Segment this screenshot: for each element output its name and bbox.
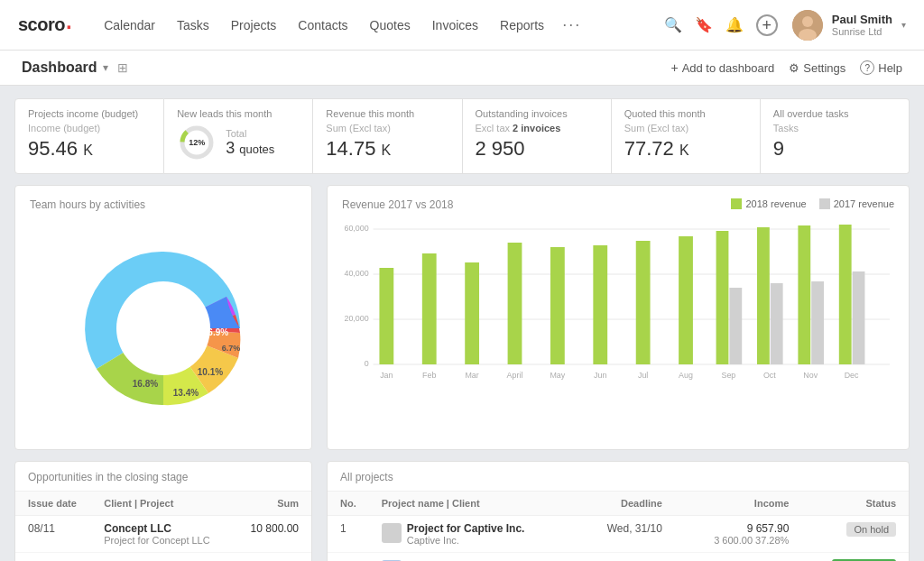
donut-chart: 12% — [177, 123, 217, 162]
svg-text:Jan: Jan — [380, 371, 393, 380]
col-header-client: Client | Project — [91, 492, 236, 516]
kpi-sublabel: Sum (Excl tax) — [326, 123, 448, 133]
opp-client: Optimist Group Project for Optimist Grou… — [91, 553, 236, 562]
svg-text:Dec: Dec — [845, 371, 859, 380]
tables-row: Opportunities in the closing stage Issue… — [14, 461, 910, 561]
donut-percent: 12% — [189, 138, 205, 147]
kpi-value: 9 — [773, 137, 896, 161]
project-name: Project for Captive Inc. — [407, 522, 525, 535]
nav-item-reports[interactable]: Reports — [489, 11, 555, 40]
svg-rect-30 — [771, 283, 783, 364]
svg-text:Jul: Jul — [638, 371, 648, 380]
revenue-chart-panel: Revenue 2017 vs 2018 2018 revenue 2017 r… — [327, 185, 910, 450]
kpi-count: 3 quotes — [226, 139, 274, 158]
nav-item-calendar[interactable]: Calendar — [93, 11, 166, 40]
kpi-sublabel: Total — [226, 128, 274, 139]
kpi-label: Outstanding invoices — [476, 108, 598, 119]
kpi-sublabel: Excl tax 2 invoices — [476, 123, 598, 133]
proj-name-cell: Project for Concept LLC Concept LLC — [369, 553, 578, 562]
svg-text:Feb: Feb — [422, 371, 436, 380]
proj-name-cell: Project for Captive Inc. Captive Inc. — [369, 516, 578, 553]
dashboard-title: Dashboard — [22, 60, 97, 76]
add-to-dashboard-button[interactable]: + Add to dashboard — [670, 60, 774, 75]
svg-text:10.1%: 10.1% — [198, 367, 223, 377]
proj-icon — [382, 523, 402, 543]
svg-text:13.4%: 13.4% — [173, 388, 199, 398]
user-name: Paul Smith — [832, 13, 892, 26]
svg-text:20,000: 20,000 — [344, 314, 368, 323]
chart-legend: 2018 revenue 2017 revenue — [731, 198, 894, 209]
income-sub: 3 600.00 37.28% — [688, 535, 790, 546]
col-deadline: Deadline — [578, 492, 675, 516]
nav-more-icon[interactable]: ··· — [555, 8, 588, 41]
svg-text:May: May — [550, 371, 565, 380]
svg-text:6.7%: 6.7% — [222, 344, 241, 353]
svg-text:0: 0 — [365, 359, 369, 368]
svg-rect-24 — [593, 245, 607, 364]
svg-text:Mar: Mar — [465, 371, 478, 380]
search-icon[interactable]: 🔍 — [664, 16, 682, 33]
proj-status: On hold — [801, 516, 909, 553]
proj-no: 2 — [328, 553, 369, 562]
kpi-label: Projects income (budget) — [28, 108, 151, 119]
proj-deadline: Wed, 31/10 — [578, 516, 675, 553]
kpi-sublabel: Income (budget) — [28, 123, 151, 133]
dashboard-filter-icon[interactable]: ⊞ — [117, 60, 128, 75]
dashboard-title-arrow-icon[interactable]: ▾ — [103, 61, 108, 74]
nav-item-quotes[interactable]: Quotes — [359, 11, 421, 40]
svg-rect-21 — [465, 262, 479, 364]
kpi-value: 77.72 K — [624, 137, 747, 161]
svg-rect-26 — [679, 236, 693, 364]
topnav: scoro· Calendar Tasks Projects Contacts … — [0, 0, 924, 51]
nav-item-invoices[interactable]: Invoices — [421, 11, 489, 40]
status-badge: On hold — [846, 522, 896, 537]
project-name: Project for Concept LLC — [104, 535, 223, 546]
nav-items: Calendar Tasks Projects Contacts Quotes … — [93, 8, 664, 41]
user-area[interactable]: Paul Smith Sunrise Ltd ▾ — [792, 10, 906, 41]
nav-action-icons: 🔍 🔖 🔔 + — [664, 14, 778, 36]
bookmark-icon[interactable]: 🔖 — [695, 16, 713, 33]
legend-2017: 2017 revenue — [819, 198, 894, 209]
kpi-sub-info: Total 3 quotes — [226, 128, 274, 158]
kpi-sublabel: Sum (Excl tax) — [624, 123, 747, 133]
svg-text:Nov: Nov — [803, 371, 818, 380]
settings-button[interactable]: ⚙ Settings — [789, 61, 845, 75]
user-info: Paul Smith Sunrise Ltd — [832, 13, 892, 37]
svg-rect-29 — [757, 227, 770, 364]
svg-text:36.9%: 36.9% — [203, 327, 228, 337]
svg-rect-22 — [508, 243, 522, 364]
help-button[interactable]: ? Help — [860, 60, 902, 75]
logo[interactable]: scoro· — [18, 14, 71, 35]
dashboard-actions: + Add to dashboard ⚙ Settings ? Help — [670, 60, 902, 75]
svg-rect-28 — [729, 288, 742, 364]
kpi-card-outstanding: Outstanding invoices Excl tax 2 invoices… — [463, 98, 612, 174]
nav-item-contacts[interactable]: Contacts — [287, 11, 358, 40]
proj-no: 1 — [328, 516, 369, 553]
settings-label: Settings — [803, 61, 845, 75]
charts-row: Team hours by activities — [14, 185, 910, 450]
nav-item-projects[interactable]: Projects — [220, 11, 288, 40]
opportunities-title: Opportunities in the closing stage — [15, 462, 311, 492]
svg-text:Sep: Sep — [721, 371, 735, 380]
svg-text:40,000: 40,000 — [344, 269, 368, 278]
col-header-sum: Sum — [236, 492, 311, 516]
income-main: 9 657.90 — [688, 522, 790, 535]
svg-text:Oct: Oct — [763, 371, 776, 380]
avatar — [792, 10, 823, 41]
dashboard-title-area: Dashboard ▾ ⊞ — [22, 60, 128, 76]
add-icon[interactable]: + — [756, 14, 778, 36]
opportunities-panel: Opportunities in the closing stage Issue… — [14, 461, 312, 561]
kpi-card-quoted: Quoted this month Sum (Excl tax) 77.72 K — [612, 98, 761, 174]
svg-text:16.8%: 16.8% — [133, 379, 158, 389]
kpi-value: 14.75 K — [326, 137, 448, 161]
projects-table: No. Project name | Client Deadline Incom… — [328, 492, 909, 561]
kpi-value: 95.46 K — [28, 137, 151, 161]
kpi-label: Revenue this month — [326, 108, 448, 119]
bell-icon[interactable]: 🔔 — [725, 16, 744, 33]
col-income: Income — [675, 492, 802, 516]
kpi-label: New leads this month — [177, 108, 300, 119]
svg-text:Aug: Aug — [679, 371, 693, 380]
nav-item-tasks[interactable]: Tasks — [166, 11, 220, 40]
svg-text:April: April — [507, 371, 523, 380]
user-company: Sunrise Ltd — [832, 26, 892, 37]
